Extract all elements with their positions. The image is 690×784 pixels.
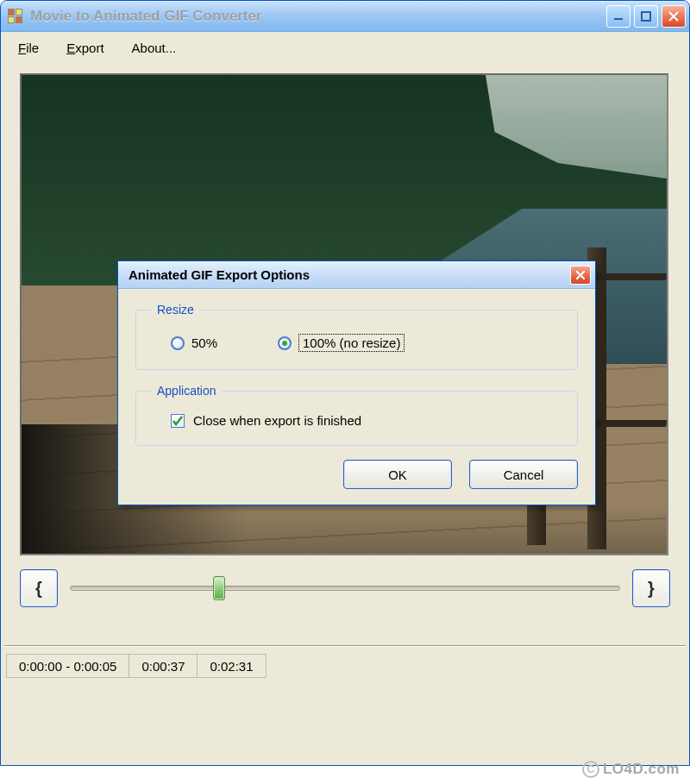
mark-out-button[interactable]: } bbox=[632, 569, 670, 607]
dialog-title: Animated GIF Export Options bbox=[129, 267, 570, 282]
menubar: File Export About... bbox=[1, 32, 689, 63]
mark-in-button[interactable]: { bbox=[20, 569, 58, 607]
radio-50[interactable]: 50% bbox=[171, 336, 217, 350]
minimize-button[interactable] bbox=[606, 5, 630, 28]
export-options-dialog: Animated GIF Export Options Resize 50% bbox=[117, 260, 596, 505]
app-icon bbox=[8, 9, 23, 24]
resize-group: Resize 50% 100% (no resize) bbox=[135, 303, 578, 370]
seek-thumb[interactable] bbox=[213, 576, 225, 600]
close-when-finished-row[interactable]: Close when export is finished bbox=[152, 408, 561, 431]
maximize-icon bbox=[641, 11, 651, 22]
checkmark-icon bbox=[172, 416, 183, 426]
cancel-button[interactable]: Cancel bbox=[469, 460, 578, 489]
dialog-close-button[interactable] bbox=[570, 266, 591, 285]
dialog-titlebar: Animated GIF Export Options bbox=[118, 261, 595, 289]
application-legend: Application bbox=[152, 384, 222, 398]
window-controls bbox=[606, 5, 686, 28]
content-area: Animated GIF Export Options Resize 50% bbox=[20, 73, 670, 555]
close-icon bbox=[576, 271, 585, 279]
seek-slider[interactable] bbox=[70, 586, 620, 591]
maximize-button[interactable] bbox=[634, 5, 658, 28]
radio-100-label: 100% (no resize) bbox=[298, 334, 405, 352]
watermark: C LO4D.com bbox=[582, 758, 680, 781]
svg-rect-1 bbox=[642, 12, 650, 21]
menu-about[interactable]: About... bbox=[132, 41, 177, 55]
minimize-icon bbox=[613, 11, 624, 22]
close-icon bbox=[668, 11, 679, 22]
radio-100[interactable]: 100% (no resize) bbox=[278, 334, 405, 352]
menu-file[interactable]: File bbox=[18, 41, 39, 55]
menu-export[interactable]: Export bbox=[66, 41, 104, 55]
watermark-text: LO4D.com bbox=[603, 761, 680, 778]
statusbar: 0:00:00 - 0:00:05 0:00:37 0:02:31 bbox=[6, 654, 684, 678]
main-window: Movie to Animated GIF Converter File Exp… bbox=[0, 0, 690, 766]
divider bbox=[4, 645, 686, 647]
radio-50-label: 50% bbox=[191, 336, 217, 350]
checkbox-icon bbox=[171, 414, 185, 428]
dialog-buttons: OK Cancel bbox=[135, 460, 578, 489]
ok-button[interactable]: OK bbox=[343, 460, 452, 489]
status-current: 0:00:37 bbox=[129, 654, 198, 678]
resize-legend: Resize bbox=[152, 303, 199, 317]
resize-options: 50% 100% (no resize) bbox=[152, 327, 561, 355]
dialog-body: Resize 50% 100% (no resize) Application bbox=[118, 289, 595, 505]
close-when-finished-label: Close when export is finished bbox=[193, 413, 361, 428]
window-close-button[interactable] bbox=[662, 5, 686, 28]
status-range: 0:00:00 - 0:00:05 bbox=[6, 654, 129, 678]
svg-rect-0 bbox=[614, 18, 623, 20]
seek-row: { } bbox=[20, 569, 670, 607]
radio-icon bbox=[171, 336, 185, 350]
status-total: 0:02:31 bbox=[198, 654, 266, 678]
copyright-icon: C bbox=[582, 761, 599, 778]
titlebar: Movie to Animated GIF Converter bbox=[1, 1, 689, 32]
application-group: Application Close when export is finishe… bbox=[135, 384, 578, 446]
radio-icon bbox=[278, 336, 292, 350]
window-title: Movie to Animated GIF Converter bbox=[30, 8, 606, 25]
